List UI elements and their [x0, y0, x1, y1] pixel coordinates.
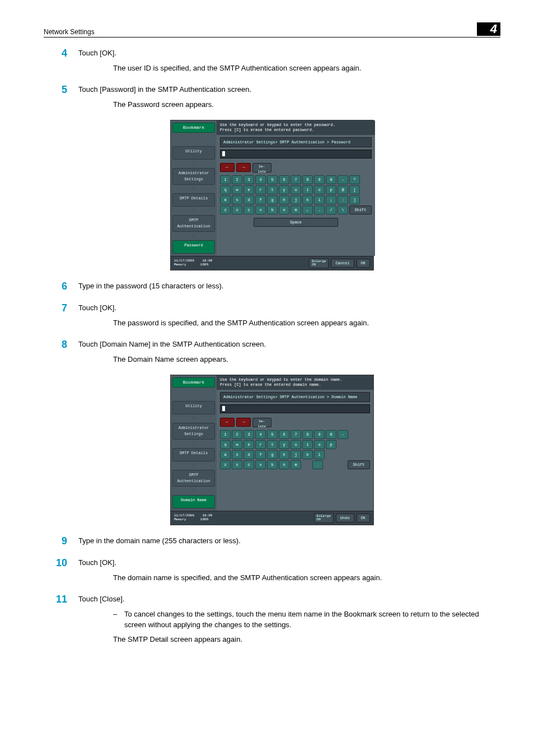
key-p[interactable]: p — [326, 185, 336, 194]
key-0[interactable]: 0 — [326, 430, 336, 439]
bookmark-button[interactable]: Bookmark — [172, 377, 215, 388]
key-0[interactable]: 0 — [326, 175, 336, 184]
enlarge-button[interactable]: Enlarge ON — [309, 258, 329, 268]
key-t[interactable]: t — [267, 185, 278, 194]
nav-utility[interactable]: Utility — [172, 401, 215, 414]
key-7[interactable]: 7 — [291, 175, 301, 184]
key-z[interactable]: z — [220, 460, 231, 469]
key-9[interactable]: 9 — [314, 430, 325, 439]
key-3[interactable]: 3 — [243, 430, 254, 439]
key-8[interactable]: 8 — [302, 430, 313, 439]
key-j[interactable]: j — [291, 450, 301, 459]
key-6[interactable]: 6 — [279, 175, 289, 184]
key-m[interactable]: m — [291, 206, 301, 214]
key-/[interactable]: / — [326, 206, 336, 214]
key--[interactable]: - — [338, 175, 348, 184]
ok-button[interactable]: OK — [357, 259, 370, 268]
key-x[interactable]: x — [232, 206, 242, 214]
key-a[interactable]: a — [220, 450, 231, 459]
key-o[interactable]: o — [314, 185, 325, 194]
key-5[interactable]: 5 — [267, 430, 278, 439]
nav-domain-name[interactable]: Domain Name — [172, 495, 215, 508]
key-@[interactable]: @ — [338, 185, 348, 194]
key-u[interactable]: u — [291, 185, 301, 194]
key-a[interactable]: a — [220, 195, 231, 204]
key-b[interactable]: b — [267, 460, 278, 469]
key-l[interactable]: l — [314, 195, 325, 204]
nav-utility[interactable]: Utility — [172, 146, 215, 160]
key-w[interactable]: w — [232, 440, 242, 449]
key-^[interactable]: ^ — [349, 175, 360, 184]
key-.[interactable]: . — [314, 206, 325, 214]
nav-smtp-auth[interactable]: SMTP Authentication — [172, 215, 215, 232]
key-s[interactable]: s — [232, 450, 242, 459]
shift-key[interactable]: Shift — [348, 460, 370, 469]
key-n[interactable]: n — [279, 460, 289, 469]
key-y[interactable]: y — [279, 440, 289, 449]
shift-key[interactable]: Shift — [349, 206, 372, 214]
key--[interactable]: - — [338, 430, 348, 439]
key-8[interactable]: 8 — [302, 175, 313, 184]
key-v[interactable]: v — [255, 460, 266, 469]
key-h[interactable]: h — [279, 450, 289, 459]
key-:[interactable]: : — [338, 195, 348, 204]
key-n[interactable]: n — [279, 206, 289, 214]
key-y[interactable]: y — [279, 185, 289, 194]
key-b[interactable]: b — [267, 206, 278, 214]
cursor-left-button[interactable]: ← — [220, 163, 235, 172]
key-q[interactable]: q — [220, 440, 231, 449]
key-c[interactable]: c — [243, 460, 254, 469]
key-r[interactable]: r — [255, 440, 266, 449]
key-s[interactable]: s — [232, 195, 242, 204]
key-k[interactable]: k — [302, 450, 313, 459]
key-g[interactable]: g — [267, 450, 278, 459]
enlarge-button[interactable]: Enlarge ON — [314, 513, 334, 523]
nav-smtp-auth[interactable]: SMTP Authentication — [172, 470, 215, 487]
key-9[interactable]: 9 — [314, 175, 325, 184]
nav-password[interactable]: Password — [172, 240, 215, 254]
nav-admin[interactable]: Administrator Settings — [172, 423, 215, 440]
key-e[interactable]: e — [243, 185, 254, 194]
key-d[interactable]: d — [243, 450, 254, 459]
key-d[interactable]: d — [243, 195, 254, 204]
key-e[interactable]: e — [243, 440, 254, 449]
key-m[interactable]: m — [291, 460, 301, 469]
key-c[interactable]: c — [243, 206, 254, 214]
key-j[interactable]: j — [291, 195, 301, 204]
key-4[interactable]: 4 — [255, 430, 266, 439]
key-1[interactable]: 1 — [220, 430, 231, 439]
nav-admin[interactable]: Administrator Settings — [172, 168, 215, 185]
bookmark-button[interactable]: Bookmark — [172, 123, 215, 133]
key-p[interactable]: p — [326, 440, 336, 449]
key-,[interactable]: , — [302, 206, 313, 214]
key-dot[interactable]: . — [312, 460, 323, 469]
key-7[interactable]: 7 — [291, 430, 301, 439]
key-f[interactable]: f — [255, 195, 266, 204]
delete-button[interactable]: De- lete — [252, 418, 271, 427]
key-r[interactable]: r — [255, 185, 266, 194]
key-i[interactable]: i — [302, 440, 313, 449]
password-input[interactable] — [220, 150, 372, 158]
key-6[interactable]: 6 — [279, 430, 289, 439]
key-z[interactable]: z — [220, 206, 231, 214]
key-t[interactable]: t — [267, 440, 278, 449]
key-q[interactable]: q — [220, 185, 231, 194]
undo-button[interactable]: Undo — [336, 514, 354, 522]
key-f[interactable]: f — [255, 450, 266, 459]
nav-smtp-details[interactable]: SMTP Details — [172, 448, 215, 461]
key-][interactable]: ] — [349, 195, 360, 204]
key-u[interactable]: u — [291, 440, 301, 449]
key-g[interactable]: g — [267, 195, 278, 204]
key-i[interactable]: i — [302, 185, 313, 194]
key-4[interactable]: 4 — [255, 175, 266, 184]
key-x[interactable]: x — [232, 460, 242, 469]
key-5[interactable]: 5 — [267, 175, 278, 184]
key-w[interactable]: w — [232, 185, 242, 194]
domain-input[interactable] — [220, 404, 370, 413]
key-\[interactable]: \ — [338, 206, 348, 214]
key-1[interactable]: 1 — [220, 175, 231, 184]
key-h[interactable]: h — [279, 195, 289, 204]
key-2[interactable]: 2 — [232, 430, 242, 439]
key-3[interactable]: 3 — [243, 175, 254, 184]
cursor-left-button[interactable]: ← — [220, 418, 235, 427]
